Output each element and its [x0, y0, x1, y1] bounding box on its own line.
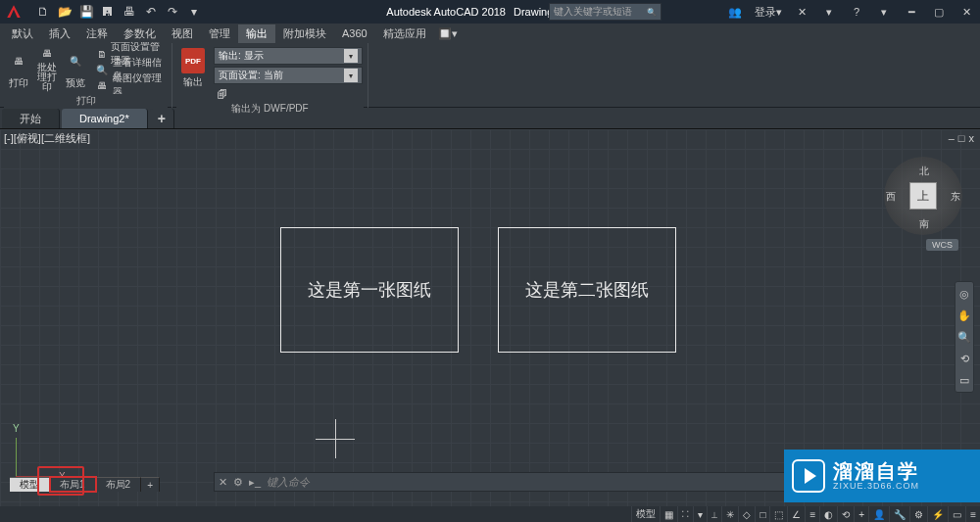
pageset-dropdown[interactable]: 页面设置: 当前 ▾ [214, 67, 363, 84]
status-iso-icon[interactable]: ◇ [738, 506, 755, 522]
status-bar: 模型 ▦ ⸬ ▾ ⟂ ✳ ◇ □ ⬚ ∠ ≡ ◐ ⟲ + 👤 🔧 ⚙ ⚡ ▭ ≡ [0, 506, 980, 522]
qat-dropdown-icon[interactable]: ▾ [186, 4, 202, 20]
status-polar-icon[interactable]: ✳ [721, 506, 738, 522]
status-cycling-icon[interactable]: ⟲ [837, 506, 854, 522]
nav-wheel-icon[interactable]: ◎ [956, 286, 972, 302]
nav-orbit-icon[interactable]: ⟲ [956, 351, 972, 366]
file-tab-start[interactable]: 开始 [2, 109, 60, 128]
nav-pan-icon[interactable]: ✋ [956, 308, 972, 323]
qat-redo-icon[interactable]: ↷ [165, 4, 180, 20]
viewcube-face-top[interactable]: 上 [909, 182, 937, 210]
viewcube-west[interactable]: 西 [886, 190, 896, 204]
status-infer-icon[interactable]: ▾ [693, 506, 707, 522]
status-customize-icon[interactable]: ≡ [965, 506, 980, 522]
status-transparency-icon[interactable]: ◐ [819, 506, 837, 522]
print-button[interactable]: 🖶 打印 [4, 45, 32, 92]
view-cube[interactable]: 上 北 南 东 西 [884, 157, 962, 235]
watermark: 溜溜自学 ZIXUE.3D66.COM [784, 450, 980, 502]
watermark-title: 溜溜自学 [833, 460, 919, 482]
cmd-customize-icon[interactable]: ⚙ [233, 476, 243, 489]
qat-undo-icon[interactable]: ↶ [143, 4, 159, 20]
status-lweight-icon[interactable]: ≡ [805, 506, 819, 522]
nav-showmotion-icon[interactable]: ▭ [956, 372, 972, 388]
vp-close-button[interactable]: x [969, 132, 975, 144]
status-3dosnap-icon[interactable]: ⬚ [769, 506, 787, 522]
status-annoscale-icon[interactable]: 👤 [868, 506, 889, 522]
qat-saveas-icon[interactable]: 🖪 [100, 4, 116, 20]
search-go-icon[interactable]: 🔍 [647, 8, 657, 17]
file-tab-new[interactable]: + [150, 109, 174, 128]
print-icon: 🖶 [5, 47, 32, 74]
viewport-label[interactable]: [-][俯视][二维线框] [4, 131, 90, 146]
export-options-button[interactable]: 🗐 [214, 86, 363, 102]
ucs-y-label: Y [13, 423, 20, 434]
output-dropdown[interactable]: 输出: 显示 ▾ [214, 47, 363, 65]
viewcube-east[interactable]: 东 [951, 190, 960, 204]
status-cleanscreen-icon[interactable]: ▭ [948, 506, 965, 522]
ribbon-tab-expand[interactable]: 🔲▾ [434, 25, 462, 42]
plus-icon: + [158, 111, 166, 126]
stayconnected-icon[interactable]: ▾ [815, 0, 843, 24]
vp-maximize-button[interactable]: □ [958, 132, 965, 144]
preview-button[interactable]: 🔍 预览 [62, 45, 90, 92]
tab-layout2[interactable]: 布局2 [96, 477, 142, 492]
gear-icon: 🗐 [216, 87, 229, 101]
help-icon[interactable]: ? [843, 0, 870, 24]
ribbon-panel-export: PDF 输出 输出: 显示 ▾ 页面设置: 当前 ▾ 🗐 输出为 DWF/PDF [172, 43, 368, 108]
ribbon-tab-insert[interactable]: 插入 [41, 24, 78, 43]
plotter-manager-button[interactable]: 🖶绘图仪管理器 [94, 77, 168, 93]
batch-print-button[interactable]: 🖶 批处理打印 [32, 45, 61, 92]
output-dd-value: 显示 [244, 49, 264, 63]
ribbon-tab-a360[interactable]: A360 [334, 25, 375, 41]
qat-open-icon[interactable]: 📂 [57, 4, 73, 20]
status-annomonitor-icon[interactable]: + [854, 506, 868, 522]
status-hwaccel-icon[interactable]: ⚡ [927, 506, 948, 522]
exchange-icon[interactable]: ✕ [788, 0, 815, 24]
tab-add-layout[interactable]: + [141, 477, 160, 492]
login-button[interactable]: 登录 ▾ [749, 0, 788, 24]
status-grid-icon[interactable]: ▦ [660, 506, 677, 522]
model-layout-tabs: 模型 布局1 布局2 + [10, 476, 160, 492]
tab-model[interactable]: 模型 [10, 477, 50, 492]
panel-print-label: 打印 [4, 94, 168, 108]
status-ortho-icon[interactable]: ⟂ [707, 506, 721, 522]
viewcube-south[interactable]: 南 [919, 217, 929, 231]
nav-zoom-icon[interactable]: 🔍 [956, 329, 972, 345]
ribbon-tab-featured[interactable]: 精选应用 [375, 24, 434, 43]
plus-icon: + [147, 480, 153, 491]
file-tab-drawing[interactable]: Drawing2* [62, 109, 148, 128]
window-close-button[interactable]: ✕ [953, 0, 980, 24]
status-otrack-icon[interactable]: ∠ [787, 506, 805, 522]
search-input[interactable]: 键入关键字或短语 🔍 [549, 3, 662, 21]
qat-new-icon[interactable]: 🗋 [35, 4, 51, 20]
panel-export-label: 输出为 DWF/PDF [176, 102, 364, 116]
export-button[interactable]: PDF 输出 [176, 45, 210, 92]
ribbon-tab-default[interactable]: 默认 [4, 24, 41, 43]
cmd-placeholder: 键入命令 [267, 475, 310, 490]
status-aunits-icon[interactable]: 🔧 [889, 506, 909, 522]
status-model-button[interactable]: 模型 [631, 506, 660, 522]
window-minimize-button[interactable]: ━ [898, 0, 925, 24]
title-bar: 🗋 📂 💾 🖪 🖶 ↶ ↷ ▾ Autodesk AutoCAD 2018 Dr… [0, 0, 980, 24]
help-dropdown-icon[interactable]: ▾ [870, 0, 898, 24]
ribbon-tab-output[interactable]: 输出 [238, 24, 275, 43]
viewcube-north[interactable]: 北 [919, 165, 929, 178]
preview-icon: 🔍 [62, 47, 89, 74]
infocenter-icon[interactable]: 👥 [721, 0, 749, 24]
tab-layout1[interactable]: 布局1 [50, 477, 96, 492]
vp-minimize-button[interactable]: – [949, 132, 955, 144]
ribbon-tab-manage[interactable]: 管理 [201, 24, 238, 43]
status-snap-icon[interactable]: ⸬ [677, 506, 693, 522]
wcs-badge[interactable]: WCS [926, 239, 958, 251]
app-logo[interactable] [0, 0, 27, 24]
window-maximize-button[interactable]: ▢ [925, 0, 953, 24]
qat-print-icon[interactable]: 🖶 [122, 4, 137, 20]
cmd-recent-icon[interactable]: ▸_ [249, 476, 261, 489]
cmd-close-icon[interactable]: ✕ [219, 476, 227, 489]
output-dd-label: 输出: [219, 49, 241, 63]
ribbon-tab-view[interactable]: 视图 [164, 24, 201, 43]
status-osnap-icon[interactable]: □ [755, 506, 769, 522]
qat-save-icon[interactable]: 💾 [78, 4, 94, 20]
ribbon-tab-addins[interactable]: 附加模块 [275, 24, 334, 43]
status-workspace-icon[interactable]: ⚙ [909, 506, 927, 522]
